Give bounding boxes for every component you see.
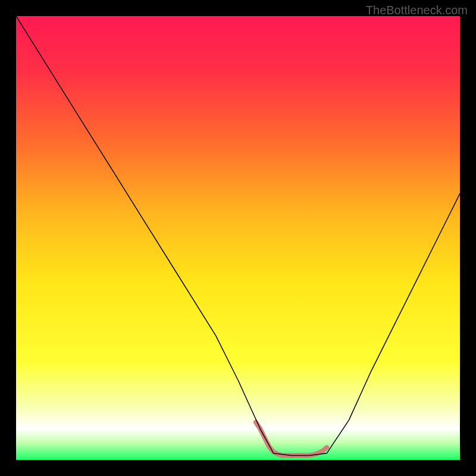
plot-area [16, 16, 460, 460]
gradient-background [16, 16, 460, 460]
chart-svg [16, 16, 460, 460]
watermark-text: TheBottleneck.com [366, 4, 468, 17]
